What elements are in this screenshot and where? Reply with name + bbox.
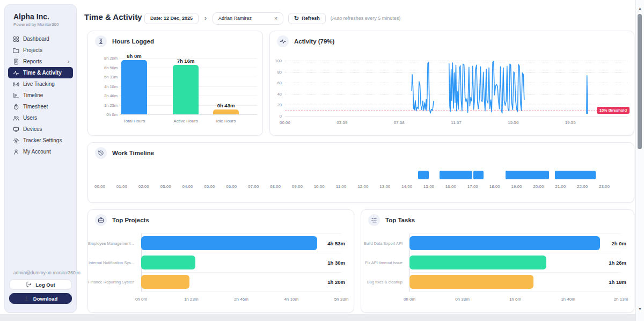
sidebar-item-my-account[interactable]: My Account bbox=[8, 146, 73, 157]
row-value-label: 1h 18m bbox=[589, 279, 626, 285]
hours-logged-chart: 0h 0m1h 23m2h 46m4h 10m5h 33m6h 56m8h 20… bbox=[88, 31, 262, 135]
x-axis-label: 07:58 bbox=[390, 120, 409, 125]
users-icon bbox=[13, 115, 19, 121]
bar-value-label: 8h 0m bbox=[115, 53, 153, 59]
sidebar-item-live-tracking[interactable]: Live Tracking bbox=[8, 78, 73, 90]
scroll-up-icon[interactable]: ▲ bbox=[638, 6, 642, 10]
devices-icon bbox=[13, 126, 19, 133]
x-axis-label: 5h 33m bbox=[330, 297, 353, 302]
row-label: Fix API timeout issue bbox=[361, 260, 402, 265]
y-axis-label: 100 bbox=[270, 59, 282, 63]
prev-date-button[interactable]: ‹ bbox=[135, 12, 140, 25]
scroll-down-icon[interactable]: ▼ bbox=[638, 307, 642, 311]
x-axis-label: 2h 46m bbox=[230, 297, 253, 302]
date-label: Date: 12 Dec, 2025 bbox=[150, 16, 193, 21]
dashboard-icon bbox=[13, 36, 19, 42]
sidebar-item-timeline[interactable]: Timeline bbox=[8, 90, 73, 101]
work-timeline-chart: 00:0001:0002:0003:0004:0005:0006:0007:00… bbox=[88, 143, 634, 202]
sidebar-item-timesheet[interactable]: Timesheet bbox=[8, 101, 73, 112]
refresh-icon: ↻ bbox=[294, 16, 299, 21]
timeline-bar bbox=[473, 171, 484, 179]
row-value-label: 2h 0m bbox=[589, 240, 626, 246]
y-axis-label: 4h 10m bbox=[91, 84, 118, 89]
sidebar-nav: DashboardProjectsReports›Time & Activity… bbox=[5, 32, 76, 158]
row-value-label: 1h 30m bbox=[308, 260, 345, 266]
sidebar-item-label: Tracker Settings bbox=[23, 137, 62, 143]
x-axis-label: 15:56 bbox=[503, 120, 523, 125]
x-axis-label: 04:00 bbox=[178, 184, 197, 189]
sidebar-item-time-activity[interactable]: Time & Activity bbox=[8, 67, 73, 78]
bar-employee-management bbox=[141, 236, 317, 250]
x-axis-label: 1h 6m bbox=[503, 297, 527, 302]
logout-label: Log Out bbox=[35, 282, 55, 288]
selected-user-label: Adrian Ramirez bbox=[218, 16, 252, 21]
x-axis-label: 17:00 bbox=[463, 184, 482, 189]
y-axis-label: 20 bbox=[270, 103, 282, 107]
bar-internal-notification-sys bbox=[141, 256, 195, 269]
sidebar-item-label: My Account bbox=[23, 149, 51, 155]
user-select[interactable]: Adrian Ramirez × bbox=[213, 12, 283, 25]
sidebar-item-dashboard[interactable]: Dashboard bbox=[8, 33, 73, 45]
x-axis-label: Active Hours bbox=[164, 119, 207, 123]
work-timeline-card: Work Timeline 00:0001:0002:0003:0004:000… bbox=[87, 142, 634, 203]
account-icon bbox=[13, 149, 19, 155]
clear-user-icon[interactable]: × bbox=[274, 15, 277, 21]
sidebar-item-reports[interactable]: Reports› bbox=[8, 56, 73, 67]
activity-card: Activity (79%) 02040608010000:0003:5907:… bbox=[269, 31, 634, 136]
sidebar: Alpha Inc. Powered by Monitor360 Dashboa… bbox=[4, 4, 77, 313]
y-axis-label: 0 bbox=[270, 114, 282, 119]
bar-build-data-export-api bbox=[409, 236, 600, 250]
sidebar-item-tracker-settings[interactable]: Tracker Settings bbox=[8, 135, 73, 146]
sidebar-item-label: Timesheet bbox=[23, 104, 48, 110]
sidebar-item-label: Users bbox=[23, 115, 37, 121]
x-axis-label: 2h 13m bbox=[609, 297, 633, 302]
sidebar-item-devices[interactable]: Devices bbox=[8, 123, 73, 135]
activity-icon bbox=[13, 70, 19, 76]
logout-button[interactable]: Log Out bbox=[9, 279, 72, 290]
x-axis-label: 07:00 bbox=[244, 184, 263, 189]
sidebar-item-users[interactable]: Users bbox=[8, 112, 73, 123]
projects-icon bbox=[13, 47, 19, 54]
x-axis-label: 4h 10m bbox=[280, 297, 303, 302]
row-separator bbox=[141, 234, 341, 234]
scrollbar-thumb[interactable] bbox=[638, 14, 642, 149]
row-separator bbox=[409, 253, 621, 253]
timeline-icon bbox=[13, 92, 19, 99]
y-axis-label: 80 bbox=[270, 70, 282, 75]
sidebar-item-label: Time & Activity bbox=[23, 70, 62, 76]
date-picker-button[interactable]: Date: 12 Dec, 2025 bbox=[144, 13, 199, 24]
row-separator bbox=[141, 253, 341, 253]
x-axis-label: Total Hours bbox=[113, 119, 156, 123]
chevron-right-icon: › bbox=[68, 59, 69, 64]
x-axis-label: 09:00 bbox=[288, 184, 307, 189]
timeline-bar bbox=[440, 171, 472, 179]
x-axis-label: 12:00 bbox=[353, 184, 372, 189]
x-axis-label: 03:00 bbox=[156, 184, 175, 189]
refresh-button[interactable]: ↻ Refresh bbox=[288, 13, 326, 24]
y-axis-label: 5h 33m bbox=[91, 75, 118, 79]
settings-icon bbox=[13, 137, 19, 144]
hours-logged-card: Hours Logged 0h 0m1h 23m2h 46m4h 10m5h 3… bbox=[87, 31, 263, 136]
x-axis-label: 13:00 bbox=[375, 184, 394, 189]
y-axis-label: 40 bbox=[270, 92, 282, 97]
x-axis-label: 0h 0m bbox=[398, 297, 421, 302]
y-axis-label: 8h 20m bbox=[91, 56, 118, 61]
x-axis-label: 11:57 bbox=[447, 120, 466, 125]
x-axis-label: 1h 23m bbox=[179, 297, 203, 302]
bar-value-label: 7h 16m bbox=[167, 58, 204, 64]
download-label: Download bbox=[33, 296, 57, 302]
x-axis-label: 23:00 bbox=[595, 184, 614, 189]
header-controls: ‹ Date: 12 Dec, 2025 › Adrian Ramirez × … bbox=[135, 12, 400, 25]
x-axis-label: 06:00 bbox=[222, 184, 241, 189]
x-axis-label: 10:00 bbox=[310, 184, 329, 189]
row-separator bbox=[409, 234, 621, 234]
sidebar-item-projects[interactable]: Projects bbox=[8, 45, 73, 56]
page-title: Time & Activity bbox=[84, 12, 142, 21]
x-axis-label: 0h 33m bbox=[451, 297, 474, 302]
bar-active-hours bbox=[173, 65, 199, 114]
next-date-button[interactable]: › bbox=[203, 12, 208, 25]
download-button[interactable]: Download bbox=[9, 293, 72, 304]
x-axis-label: 21:00 bbox=[551, 184, 570, 189]
timeline-bar bbox=[506, 171, 549, 179]
row-label: Bug fixes & cleanup bbox=[361, 280, 402, 284]
